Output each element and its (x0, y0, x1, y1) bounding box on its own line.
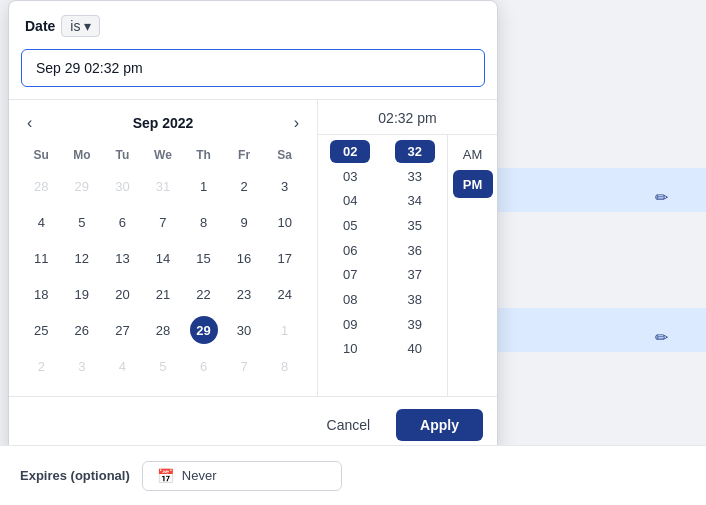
weekday-header: Su (21, 144, 62, 168)
calendar-day-cell: 24 (264, 276, 305, 312)
edit-icon-1[interactable]: ✏ (655, 188, 668, 207)
calendar-day[interactable]: 8 (190, 208, 218, 236)
calendar-day[interactable]: 28 (149, 316, 177, 344)
calendar-day-cell: 5 (62, 204, 103, 240)
hour-item[interactable]: 07 (330, 263, 370, 286)
calendar-day[interactable]: 1 (271, 316, 299, 344)
edit-icon-2[interactable]: ✏ (655, 328, 668, 347)
minute-item[interactable]: 40 (395, 337, 435, 360)
calendar-day-cell: 19 (62, 276, 103, 312)
hour-item[interactable]: 05 (330, 214, 370, 237)
expires-label: Expires (optional) (20, 468, 130, 483)
hour-item[interactable]: 09 (330, 313, 370, 336)
minute-item[interactable]: 35 (395, 214, 435, 237)
calendar-day[interactable]: 30 (108, 172, 136, 200)
calendar-day[interactable]: 6 (108, 208, 136, 236)
weekday-header: Fr (224, 144, 265, 168)
minute-item-selected[interactable]: 32 (395, 140, 435, 163)
calendar-day[interactable]: 7 (230, 352, 258, 380)
minute-item[interactable]: 39 (395, 313, 435, 336)
ampm-column: AMPM (447, 135, 497, 396)
calendar-day[interactable]: 11 (27, 244, 55, 272)
expires-value-box[interactable]: 📅 Never (142, 461, 342, 491)
weekday-header: Th (183, 144, 224, 168)
calendar-day[interactable]: 23 (230, 280, 258, 308)
calendar-day[interactable]: 25 (27, 316, 55, 344)
filter-row: Date is ▾ (9, 1, 497, 45)
calendar-day[interactable]: 10 (271, 208, 299, 236)
calendar-day-cell: 21 (143, 276, 184, 312)
calendar-day-cell: 4 (102, 348, 143, 384)
hour-item[interactable]: 03 (330, 165, 370, 188)
calendar-day-cell: 6 (183, 348, 224, 384)
calendar-day[interactable]: 18 (27, 280, 55, 308)
date-input[interactable] (21, 49, 485, 87)
hour-item[interactable]: 10 (330, 337, 370, 360)
hour-item-selected[interactable]: 02 (330, 140, 370, 163)
calendar-day[interactable]: 30 (230, 316, 258, 344)
calendar-day[interactable]: 24 (271, 280, 299, 308)
hour-item[interactable]: 04 (330, 189, 370, 212)
calendar-day[interactable]: 31 (149, 172, 177, 200)
calendar-day-cell: 16 (224, 240, 265, 276)
next-month-button[interactable]: › (288, 112, 305, 134)
minute-item[interactable]: 36 (395, 239, 435, 262)
calendar-day[interactable]: 17 (271, 244, 299, 272)
calendar-day[interactable]: 16 (230, 244, 258, 272)
calendar-day[interactable]: 14 (149, 244, 177, 272)
calendar-day[interactable]: 26 (68, 316, 96, 344)
filter-condition-button[interactable]: is ▾ (61, 15, 100, 37)
calendar-day[interactable]: 6 (190, 352, 218, 380)
calendar-day[interactable]: 15 (190, 244, 218, 272)
calendar-day-cell: 11 (21, 240, 62, 276)
calendar-day[interactable]: 2 (27, 352, 55, 380)
calendar-day-cell: 29 (62, 168, 103, 204)
hours-column: 020304050607080910 (318, 135, 383, 365)
calendar: ‹ Sep 2022 › SuMoTuWeThFrSa 282930311234… (9, 100, 317, 396)
prev-month-button[interactable]: ‹ (21, 112, 38, 134)
hour-item[interactable]: 06 (330, 239, 370, 262)
calendar-day[interactable]: 27 (108, 316, 136, 344)
calendar-day[interactable]: 7 (149, 208, 177, 236)
ampm-item-am[interactable]: AM (453, 140, 493, 168)
hour-item[interactable]: 08 (330, 288, 370, 311)
calendar-day[interactable]: 13 (108, 244, 136, 272)
minute-item[interactable]: 37 (395, 263, 435, 286)
calendar-day[interactable]: 29 (68, 172, 96, 200)
calendar-day[interactable]: 19 (68, 280, 96, 308)
calendar-day-cell: 23 (224, 276, 265, 312)
calendar-day[interactable]: 9 (230, 208, 258, 236)
ampm-item-pm[interactable]: PM (453, 170, 493, 198)
calendar-day[interactable]: 5 (68, 208, 96, 236)
minute-item[interactable]: 34 (395, 189, 435, 212)
calendar-day[interactable]: 5 (149, 352, 177, 380)
calendar-day-cell: 30 (224, 312, 265, 348)
calendar-day[interactable]: 8 (271, 352, 299, 380)
stripe-row-1 (490, 168, 706, 212)
calendar-day[interactable]: 21 (149, 280, 177, 308)
filter-label: Date (25, 18, 55, 34)
time-header: 02:32 pm (318, 100, 497, 135)
expires-value: Never (182, 468, 217, 483)
minute-item[interactable]: 33 (395, 165, 435, 188)
calendar-day[interactable]: 29 (190, 316, 218, 344)
calendar-day[interactable]: 28 (27, 172, 55, 200)
cancel-button[interactable]: Cancel (311, 409, 387, 441)
calendar-day[interactable]: 2 (230, 172, 258, 200)
calendar-day[interactable]: 22 (190, 280, 218, 308)
apply-button[interactable]: Apply (396, 409, 483, 441)
calendar-day[interactable]: 3 (271, 172, 299, 200)
calendar-day-cell: 2 (21, 348, 62, 384)
calendar-day-cell: 27 (102, 312, 143, 348)
calendar-day[interactable]: 20 (108, 280, 136, 308)
calendar-day[interactable]: 3 (68, 352, 96, 380)
calendar-grid: SuMoTuWeThFrSa 2829303112345678910111213… (21, 144, 305, 384)
calendar-day-cell: 3 (62, 348, 103, 384)
calendar-day-cell: 8 (264, 348, 305, 384)
calendar-day[interactable]: 4 (108, 352, 136, 380)
calendar-day[interactable]: 4 (27, 208, 55, 236)
calendar-day[interactable]: 1 (190, 172, 218, 200)
calendar-day[interactable]: 12 (68, 244, 96, 272)
minute-item[interactable]: 38 (395, 288, 435, 311)
calendar-day-cell: 8 (183, 204, 224, 240)
